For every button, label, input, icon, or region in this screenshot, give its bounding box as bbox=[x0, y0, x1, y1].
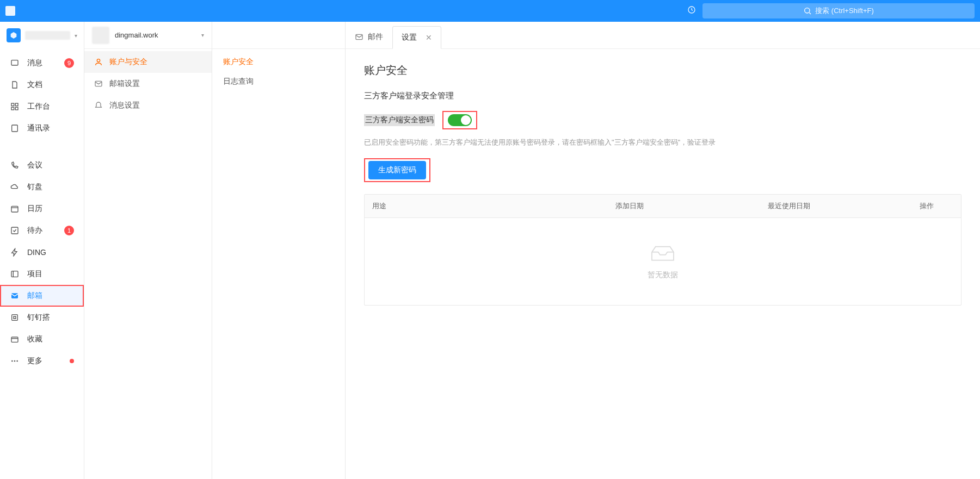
nav-label: 会议 bbox=[27, 160, 74, 170]
org-switcher[interactable]: ▾ bbox=[0, 22, 84, 49]
empty-inbox-icon bbox=[648, 243, 678, 265]
svg-point-16 bbox=[16, 360, 18, 362]
svg-rect-3 bbox=[11, 103, 14, 106]
svg-point-15 bbox=[14, 360, 16, 362]
table-header: 用途 添加日期 最近使用日期 操作 bbox=[365, 195, 961, 218]
sub-account-security[interactable]: 账户安全 bbox=[212, 52, 345, 72]
svg-rect-5 bbox=[11, 107, 14, 110]
account-header[interactable]: dingmail.work ▾ bbox=[84, 22, 212, 49]
security-password-toggle[interactable] bbox=[448, 114, 472, 126]
settings-account-security[interactable]: 账户与安全 bbox=[84, 51, 212, 73]
notification-dot bbox=[70, 359, 74, 363]
nav-label: 待办 bbox=[27, 226, 57, 235]
nav-favorites[interactable]: 收藏 bbox=[0, 328, 84, 350]
tab-mail[interactable]: 邮件 bbox=[346, 26, 392, 48]
search-icon bbox=[803, 7, 812, 15]
chevron-down-icon: ▾ bbox=[201, 32, 204, 38]
more-icon bbox=[10, 356, 20, 366]
nav-label: 通讯录 bbox=[27, 123, 74, 133]
nav-label: 文档 bbox=[27, 80, 74, 90]
svg-rect-10 bbox=[11, 271, 18, 277]
bell-icon bbox=[94, 101, 103, 110]
svg-rect-7 bbox=[12, 125, 18, 132]
nav-docs[interactable]: 文档 bbox=[0, 74, 84, 96]
chevron-down-icon: ▾ bbox=[75, 33, 77, 39]
global-search[interactable]: 搜索 (Ctrl+Shift+F) bbox=[702, 3, 975, 18]
nav-contacts[interactable]: 通讯录 bbox=[0, 117, 84, 139]
empty-state: 暂无数据 bbox=[365, 218, 961, 305]
close-icon[interactable]: ✕ bbox=[426, 33, 432, 42]
settings-group-label: 账户与安全 bbox=[109, 57, 147, 67]
nav-list-2: 会议 钉盘 日历 待办 1 DING 项目 bbox=[0, 151, 84, 375]
mail-settings-icon bbox=[94, 79, 103, 88]
nav-todo[interactable]: 待办 1 bbox=[0, 220, 84, 241]
search-placeholder: 搜索 (Ctrl+Shift+F) bbox=[815, 6, 874, 16]
build-icon bbox=[10, 313, 20, 322]
nav-more[interactable]: 更多 bbox=[0, 350, 84, 372]
content-tabs: 邮件 设置 ✕ bbox=[346, 22, 980, 49]
bookmark-icon bbox=[10, 334, 20, 344]
calendar-icon bbox=[10, 204, 20, 214]
nav-label: 日历 bbox=[27, 204, 74, 214]
svg-rect-9 bbox=[11, 227, 18, 234]
history-icon[interactable] bbox=[687, 5, 696, 16]
grid-icon bbox=[10, 102, 20, 111]
nav-drive[interactable]: 钉盘 bbox=[0, 176, 84, 198]
nav-workbench[interactable]: 工作台 bbox=[0, 96, 84, 117]
nav-label: 邮箱 bbox=[27, 291, 74, 301]
settings-group-label: 消息设置 bbox=[109, 101, 140, 110]
nav-label: 钉盘 bbox=[27, 182, 74, 192]
account-email: dingmail.work bbox=[115, 31, 196, 39]
password-table: 用途 添加日期 最近使用日期 操作 暂无数据 bbox=[364, 194, 961, 306]
sub-item-label: 账户安全 bbox=[223, 57, 254, 67]
hint-text: 已启用安全密码功能，第三方客户端无法使用原账号密码登录，请在密码框输入"三方客户… bbox=[364, 137, 961, 148]
svg-rect-6 bbox=[15, 107, 18, 110]
org-logo-icon bbox=[7, 28, 21, 42]
phone-icon bbox=[10, 160, 20, 170]
nav-ding[interactable]: DING bbox=[0, 241, 84, 263]
svg-point-17 bbox=[97, 59, 100, 62]
tab-settings[interactable]: 设置 ✕ bbox=[392, 26, 441, 49]
svg-point-1 bbox=[805, 8, 810, 13]
sub-log-query[interactable]: 日志查询 bbox=[212, 72, 345, 91]
nav-messages[interactable]: 消息 9 bbox=[0, 52, 84, 74]
bolt-icon bbox=[10, 247, 20, 257]
mail-icon bbox=[355, 33, 363, 41]
th-added-date: 添加日期 bbox=[608, 195, 760, 217]
settings-mailbox[interactable]: 邮箱设置 bbox=[84, 73, 212, 95]
org-name bbox=[25, 31, 70, 40]
doc-icon bbox=[10, 80, 20, 90]
nav-calendar[interactable]: 日历 bbox=[0, 198, 84, 220]
svg-rect-4 bbox=[15, 103, 18, 106]
app-icon bbox=[5, 6, 15, 16]
nav-label: DING bbox=[27, 248, 74, 257]
chat-icon bbox=[10, 58, 20, 68]
nav-label: 消息 bbox=[27, 58, 57, 68]
title-bar: 搜索 (Ctrl+Shift+F) bbox=[0, 0, 980, 22]
svg-rect-2 bbox=[11, 60, 18, 65]
nav-mail[interactable]: 邮箱 bbox=[0, 285, 84, 307]
nav-dingda[interactable]: 钉钉搭 bbox=[0, 307, 84, 328]
sub-item-label: 日志查询 bbox=[223, 77, 254, 86]
settings-notifications[interactable]: 消息设置 bbox=[84, 95, 212, 116]
svg-rect-8 bbox=[11, 206, 18, 212]
main-content: 邮件 设置 ✕ 账户安全 三方客户端登录安全管理 三方客户端安全密码 已启用安全… bbox=[346, 22, 980, 479]
nav-meeting[interactable]: 会议 bbox=[0, 154, 84, 176]
cloud-icon bbox=[10, 182, 20, 192]
mail-icon bbox=[10, 291, 20, 301]
contacts-icon bbox=[10, 123, 20, 133]
project-icon bbox=[10, 269, 20, 279]
page-title: 账户安全 bbox=[364, 63, 961, 78]
svg-rect-12 bbox=[12, 315, 18, 321]
avatar bbox=[92, 27, 109, 44]
user-icon bbox=[94, 58, 103, 66]
nav-label: 钉钉搭 bbox=[27, 313, 74, 322]
badge: 9 bbox=[64, 58, 74, 68]
generate-password-button[interactable]: 生成新密码 bbox=[368, 161, 426, 179]
nav-label: 更多 bbox=[27, 356, 62, 366]
settings-subpanel: 账户安全 日志查询 bbox=[212, 22, 346, 479]
svg-point-14 bbox=[11, 360, 13, 362]
th-last-used: 最近使用日期 bbox=[760, 195, 912, 217]
nav-project[interactable]: 项目 bbox=[0, 263, 84, 285]
nav-label: 收藏 bbox=[27, 334, 74, 344]
